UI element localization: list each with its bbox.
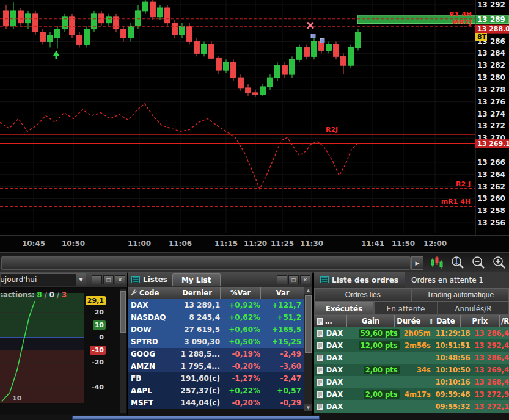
watchlist-row-nasdaq[interactable]: NASDAQ8 245,4+0,62%+51,2 bbox=[128, 311, 304, 324]
document-icon bbox=[317, 330, 323, 338]
orders-subtabs: Exécutés En attente Annulés/R bbox=[314, 302, 509, 315]
watchlist-row-aapl[interactable]: AAPL257,37(c)+0,22%+0,57 bbox=[128, 385, 304, 397]
price-axis-label: 13 284 bbox=[477, 49, 505, 57]
subtab-pending[interactable]: En attente bbox=[374, 302, 438, 315]
time-axis-label: 11:25 bbox=[271, 239, 294, 248]
order-row[interactable]: DAX10:10:1613 268,4 bbox=[314, 376, 509, 388]
tab-pending-orders[interactable]: Ordres en attente 1 bbox=[405, 272, 509, 288]
svg-text:13 269.1: 13 269.1 bbox=[477, 140, 509, 148]
time-axis-label: 11:00 bbox=[128, 239, 151, 248]
pivot-label: mR1 4H bbox=[441, 198, 471, 206]
price-axis-label: 13 282 bbox=[477, 61, 505, 70]
scroll-up-icon[interactable]: ▲ bbox=[304, 287, 312, 294]
perf-y-label: -10 bbox=[90, 346, 106, 355]
candlestick-chart[interactable]: 13 29213 28613 28413 28213 28013 27813 2… bbox=[0, 0, 509, 235]
candle-chart-icon bbox=[430, 255, 444, 270]
price-axis-label: 13 260 bbox=[477, 194, 505, 203]
watchlist-table: DAX13 289,1+0,92%+121,7NASDAQ8 245,4+0,6… bbox=[128, 299, 304, 409]
watchlist-panel-title: Listes bbox=[143, 275, 167, 284]
horizontal-scrollbar-thumb[interactable] bbox=[72, 416, 320, 420]
watchlist-row-dax[interactable]: DAX13 289,1+0,92%+121,7 bbox=[128, 299, 304, 311]
column-header-pctvar[interactable]: %Var bbox=[220, 287, 260, 299]
order-row[interactable]: DAX2,00 pts4m17s09:59:4813 272,9 bbox=[314, 388, 509, 400]
document-icon bbox=[314, 403, 326, 411]
linked-orders-button[interactable]: Ordres liés bbox=[314, 288, 412, 302]
performance-scrollbar[interactable] bbox=[120, 288, 126, 414]
document-icon bbox=[317, 391, 323, 399]
price-axis-label: 13 276 bbox=[477, 98, 505, 106]
column-header-var[interactable]: Var bbox=[260, 287, 304, 299]
zoom-out-button[interactable] bbox=[470, 255, 486, 271]
watchlist-panel: Listes My List _ □ × CodeDernier%VarVar … bbox=[128, 272, 312, 420]
transactions-summary: Transactions: 8 / 0 / 3 bbox=[1, 291, 93, 299]
list-icon bbox=[320, 276, 329, 285]
orders-table: DAX59,60 pts2h05m11:29:1813 286,4DAX12,0… bbox=[314, 327, 509, 413]
subtab-cancelled[interactable]: Annulés/R bbox=[438, 302, 509, 315]
order-row[interactable]: DAX10:48:5613 286,4 bbox=[314, 352, 509, 364]
wrench-icon bbox=[130, 289, 137, 297]
horizontal-scrollbar[interactable] bbox=[0, 415, 509, 420]
tab-pending-orders-label: Ordres en attente 1 bbox=[411, 276, 483, 284]
column-header-tools[interactable]: … bbox=[314, 315, 346, 327]
watchlist-row-amzn[interactable]: AMZN1 795,4...-0,20%-3,60 bbox=[128, 360, 304, 372]
document-icon bbox=[314, 378, 326, 386]
maximize-button[interactable]: □ bbox=[288, 275, 299, 284]
column-header-date[interactable]: ⇑ Date bbox=[423, 315, 460, 327]
transactions-losses: 3 bbox=[62, 291, 67, 299]
order-row[interactable]: DAX12,00 pts2m56s10:51:5113 292,4 bbox=[314, 339, 509, 352]
column-header-dernier[interactable]: Dernier bbox=[174, 287, 220, 299]
pivot-label: R2J bbox=[326, 126, 338, 134]
time-axis-label: 10:45 bbox=[22, 239, 45, 248]
watchlist-row-dow[interactable]: DOW27 619,5+0,60%+165,5 bbox=[128, 324, 304, 336]
zoom-in-button[interactable] bbox=[491, 255, 507, 271]
order-row[interactable]: DAX2,00 pts34s10:10:5013 269,4 bbox=[314, 364, 509, 376]
price-axis-label: 13 272 bbox=[477, 121, 505, 130]
perf-y-label: -40 bbox=[90, 383, 106, 392]
document-icon bbox=[317, 354, 323, 362]
tab-my-list[interactable]: My List bbox=[172, 273, 221, 286]
scroll-down-icon[interactable]: ▼ bbox=[304, 404, 312, 411]
chart-hscrollbar[interactable] bbox=[1, 256, 411, 270]
period-dropdown[interactable]: Aujourd'hui ▼ bbox=[1, 273, 86, 286]
candles bbox=[4, 0, 361, 97]
column-header-gain[interactable]: Gain bbox=[346, 315, 394, 327]
performance-panel-header: Aujourd'hui ▼ _ □ × bbox=[0, 272, 127, 288]
close-button[interactable]: × bbox=[115, 275, 125, 284]
sort-ascending-icon: ⇑ bbox=[428, 318, 433, 325]
auto-trading-button[interactable]: Trading automatique bbox=[412, 288, 509, 302]
transactions-wins: 8 bbox=[37, 291, 42, 299]
subtab-executed[interactable]: Exécutés bbox=[314, 302, 374, 315]
document-icon bbox=[317, 342, 323, 350]
orders-panel: Liste des ordres Ordres en attente 1 Ord… bbox=[314, 272, 509, 420]
document-icon bbox=[314, 330, 326, 338]
price-axis-label: 13 262 bbox=[477, 183, 505, 191]
watchlist-row-fb[interactable]: FB191,60(c)-1,27%-2,47 bbox=[128, 372, 304, 385]
pivot-label: R1 4H bbox=[449, 10, 472, 18]
watchlist-scrollbar[interactable]: ▲ ▼ bbox=[304, 287, 312, 411]
order-row[interactable]: DAX59,60 pts2h05m11:29:1813 286,4 bbox=[314, 327, 509, 339]
scroll-right-button[interactable]: ▶ bbox=[411, 256, 423, 270]
column-header-duree[interactable]: Durée bbox=[394, 315, 423, 327]
time-axis-label: 11:20 bbox=[244, 239, 267, 248]
document-icon bbox=[317, 378, 323, 386]
document-icon bbox=[314, 342, 326, 350]
column-header-code[interactable]: Code bbox=[128, 287, 174, 299]
indicator-line bbox=[0, 104, 474, 189]
zoom-fit-button[interactable] bbox=[449, 255, 466, 271]
column-header-truncated[interactable]: /R bbox=[499, 315, 509, 327]
price-axis-label: 13 278 bbox=[477, 85, 505, 94]
tab-orders-list[interactable]: Liste des ordres bbox=[314, 272, 405, 288]
close-button[interactable]: × bbox=[300, 275, 310, 284]
perf-y-label: 20 bbox=[93, 308, 106, 317]
performance-chart[interactable] bbox=[0, 287, 84, 409]
watchlist-row-msft[interactable]: MSFT144,04(c)-0,20%-0,29 bbox=[128, 397, 304, 409]
document-icon bbox=[314, 391, 326, 399]
order-row[interactable]: DAX09:55:3213 272,1 bbox=[314, 400, 509, 413]
column-header-prix[interactable]: Prix bbox=[460, 315, 499, 327]
minimize-button[interactable]: _ bbox=[277, 275, 287, 284]
watchlist-row-goog[interactable]: GOOG1 288,5...-0,19%-2,49 bbox=[128, 348, 304, 360]
orders-button-row: Ordres liés Trading automatique bbox=[314, 288, 509, 302]
price-scale-button[interactable] bbox=[428, 255, 445, 271]
document-icon bbox=[317, 403, 323, 411]
watchlist-row-sptrd[interactable]: SPTRD3 090,30+0,50%+15,25 bbox=[128, 336, 304, 348]
